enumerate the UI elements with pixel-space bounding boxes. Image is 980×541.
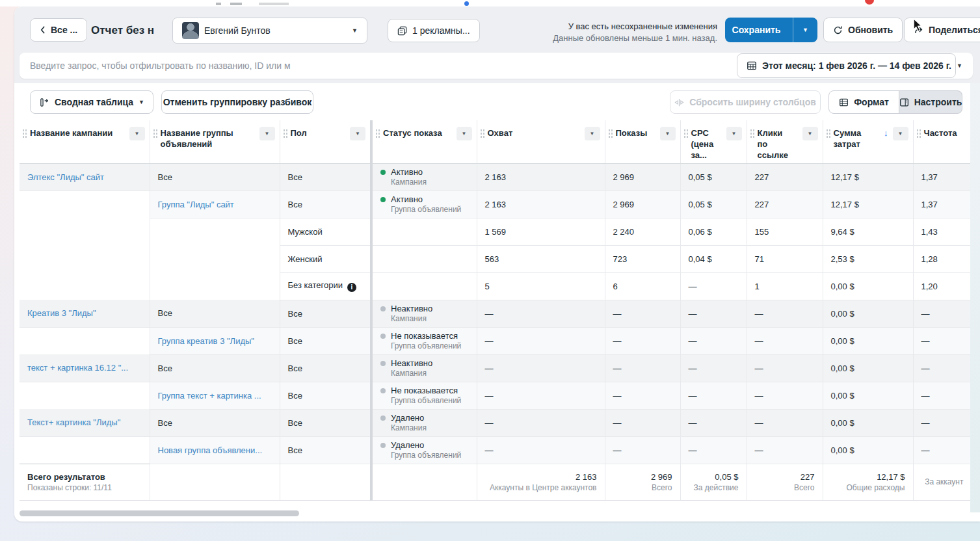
pivot-table-icon: [40, 98, 49, 107]
drag-handle-icon[interactable]: [480, 129, 485, 138]
cell-frequency: 1,43: [913, 218, 970, 245]
cell-value: 563: [485, 254, 499, 264]
column-header-impressions[interactable]: Показы▼: [605, 120, 680, 163]
cell-impressions: —: [605, 382, 680, 409]
column-menu-button[interactable]: ▼: [802, 127, 818, 140]
save-button[interactable]: Сохранить: [725, 18, 788, 42]
table-right-gutter: [970, 83, 980, 512]
chevron-down-icon: ▼: [802, 27, 808, 33]
cell-adset: Группа креатив 3 "Лиды": [150, 327, 280, 354]
column-menu-button[interactable]: ▼: [660, 127, 676, 140]
ad-account-button[interactable]: 1 рекламны...: [388, 19, 480, 42]
column-menu-button[interactable]: ▼: [259, 127, 275, 140]
column-header-frequency[interactable]: Частота: [913, 120, 970, 163]
drag-handle-icon[interactable]: [283, 129, 288, 138]
cell-value: —: [485, 336, 494, 346]
column-label: Сумма затрат: [834, 127, 871, 150]
table-row: Группа текст + картинка ...ВсеНе показыв…: [20, 382, 970, 409]
save-split-button[interactable]: Сохранить ▼: [725, 18, 817, 42]
drag-handle-icon[interactable]: [916, 129, 921, 138]
column-menu-button[interactable]: ▼: [585, 127, 600, 140]
cell-value: Все: [158, 308, 172, 318]
account-selector[interactable]: Евгений Бунтов ▼: [172, 18, 367, 44]
column-menu-button[interactable]: ▼: [350, 127, 365, 140]
column-header-gender[interactable]: Пол▼: [280, 120, 371, 163]
adset-link[interactable]: Группа креатив 3 "Лиды": [158, 336, 254, 346]
ungroup-breakdowns-button[interactable]: Отменить группировку разбивок: [161, 90, 313, 114]
cell-value: —: [921, 391, 930, 401]
column-header-clicks[interactable]: Клики по ссылке▼: [747, 120, 823, 163]
cell-value: Мужской: [288, 227, 323, 237]
cell-campaign: Текст+ картинка "Лиды": [20, 409, 150, 436]
format-button[interactable]: Формат: [828, 90, 899, 114]
cell-value: Все: [288, 445, 302, 455]
horizontal-scrollbar[interactable]: [20, 510, 299, 516]
info-icon[interactable]: i: [347, 283, 356, 292]
cell-impressions: —: [605, 354, 680, 382]
adset-link[interactable]: Группа текст + картинка ...: [158, 391, 261, 401]
drag-handle-icon[interactable]: [826, 129, 831, 138]
drag-handle-icon[interactable]: [608, 129, 613, 138]
cell-frequency: —: [913, 327, 970, 354]
column-menu-button[interactable]: ▼: [726, 127, 742, 140]
drag-handle-icon[interactable]: [683, 129, 689, 138]
cell-reach: —: [477, 382, 605, 409]
cell-value: —: [689, 309, 697, 319]
cell-frequency: 1,20: [913, 272, 970, 300]
delivery-status: АктивноГруппа объявлений: [380, 192, 469, 217]
cell-gender: Все: [280, 436, 371, 464]
view-type-label: Сводная таблица: [55, 97, 133, 107]
status-dot-active: [380, 197, 386, 202]
cell-value: —: [485, 363, 494, 373]
column-header-status[interactable]: Статус показа▼: [371, 120, 477, 163]
cell-value: Все: [158, 418, 172, 428]
clipped-text-fragment: [216, 3, 221, 5]
column-header-cpc[interactable]: CPC (цена за...▼: [680, 120, 747, 163]
totals-value: 2 163: [485, 471, 597, 482]
column-header-spend[interactable]: Сумма затрат↓▼: [823, 120, 913, 163]
drag-handle-icon[interactable]: [375, 129, 380, 138]
cell-value: 1,43: [921, 227, 938, 237]
adset-link[interactable]: Группа "Лиды" сайт: [158, 200, 234, 209]
totals-metric-label: За действие: [689, 482, 739, 493]
cell-adset: Группа текст + картинка ...: [150, 382, 280, 409]
totals-cell-gender: [280, 464, 371, 500]
column-menu-button[interactable]: ▼: [457, 127, 472, 140]
drag-handle-icon[interactable]: [750, 129, 755, 138]
cell-spend: 0,00 $: [823, 409, 913, 436]
cell-value: —: [613, 363, 622, 373]
totals-metric-label: Общие расходы: [831, 482, 905, 493]
column-header-adset[interactable]: Название группы объявлений▼: [150, 120, 280, 163]
view-type-dropdown[interactable]: Сводная таблица ▼: [30, 90, 153, 114]
save-options-button[interactable]: ▼: [793, 18, 817, 42]
campaign-link[interactable]: Элтекс "Лиды" сайт: [27, 172, 104, 182]
cell-value: —: [485, 445, 494, 455]
cell-reach: 5: [477, 272, 605, 300]
column-label: Статус показа: [383, 127, 442, 139]
campaign-link[interactable]: текст + картинка 16.12 "...: [27, 363, 128, 373]
customize-button[interactable]: Настроить: [899, 90, 962, 114]
column-header-reach[interactable]: Охват▼: [477, 120, 605, 163]
status-label: Не показывается: [391, 386, 461, 396]
cell-adset: Все: [150, 409, 280, 436]
totals-metric-label: Аккаунты в Центре аккаунтов: [485, 482, 597, 493]
column-menu-button[interactable]: ▼: [893, 127, 908, 140]
date-range-button[interactable]: Этот месяц: 1 фев 2026 г. — 14 фев 2026 …: [737, 53, 956, 78]
column-menu-button[interactable]: ▼: [129, 127, 145, 140]
cell-campaign: [20, 191, 150, 300]
cell-gender: Все: [280, 354, 371, 382]
delivery-status: УдаленоКампания: [380, 410, 469, 436]
cell-value: —: [613, 336, 622, 346]
adset-link[interactable]: Новая группа объявлени...: [158, 445, 263, 455]
campaign-link[interactable]: Креатив 3 "Лиды": [27, 308, 96, 318]
drag-handle-icon[interactable]: [153, 129, 158, 138]
refresh-button[interactable]: Обновить: [823, 18, 903, 42]
drag-handle-icon[interactable]: [22, 129, 27, 138]
cell-spend: 12,17 $: [823, 163, 913, 191]
campaign-link[interactable]: Текст+ картинка "Лиды": [27, 417, 120, 427]
cell-campaign: [20, 436, 150, 464]
report-table: Название кампании▼Название группы объявл…: [20, 120, 971, 501]
back-button[interactable]: Все ...: [30, 18, 87, 42]
data-updated-line: Данные обновлены меньше 1 мин. назад.: [553, 33, 717, 44]
column-header-campaign[interactable]: Название кампании▼: [20, 120, 150, 163]
